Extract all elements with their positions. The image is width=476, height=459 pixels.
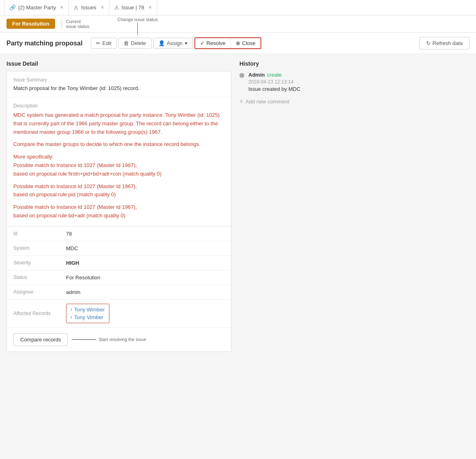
field-system-label: System [7,241,60,255]
left-panel: Issue Detail Issue Summary Match proposa… [6,60,231,352]
desc-para-3: More specifically:Possible match to Inst… [13,153,224,178]
master-party-icon: 🔗 [9,4,16,11]
history-item-0: Admin create 2018-04-13 12:13:14 Issue c… [239,72,470,92]
tab-master-party-close[interactable]: ✕ [60,5,64,10]
tab-issues-close[interactable]: ✕ [100,5,104,10]
field-assignee-value: admin [60,285,231,299]
tab-master-party[interactable]: 🔗 (2) Master Party ✕ [4,0,69,15]
history-date: 2018-04-13 12:13:14 [248,79,301,85]
add-comment[interactable]: + Add new comment [239,98,470,105]
summary-label: Issue Summary [13,77,224,83]
field-severity: Severity HIGH [7,255,231,270]
field-system: System MDC [7,241,231,255]
meta-table: Id 78 System MDC Severity HIGH Status Fo… [7,226,231,327]
history-user: Admin [248,72,265,78]
assign-dropdown-icon: ▾ [185,40,188,46]
desc-para-5: Possible match to Instance Id 1027 (Mast… [13,203,224,220]
status-annotation: Current issue status [62,19,90,29]
assign-icon: 👤 [158,40,165,46]
field-system-value: MDC [60,241,231,255]
history-header: Admin create [248,72,301,78]
compare-annotation: Start resolving the issue [72,337,146,342]
compare-records-button[interactable]: Compare records [13,333,68,346]
tab-issues-label: Issues [81,4,96,11]
close-icon: ⊗ [236,40,240,46]
tab-issue-78[interactable]: ⚠ Issue | 78 ✕ [109,0,157,15]
action-buttons: ✏ Edit 🗑 Delete 👤 Assign ▾ ✓ Resolve ⊗ C… [91,37,261,49]
add-comment-label: Add new comment [245,99,289,105]
status-badge: For Resolution [6,19,55,29]
detail-card: Issue Summary Match proposal for the Ton… [6,71,231,352]
issues-icon: ⚠ [74,4,79,11]
refresh-button[interactable]: ↻ Refresh data [419,37,470,49]
field-id-label: Id [7,226,60,241]
affected-record-tony-vimber[interactable]: › Tony Vimber [70,314,105,320]
tab-issue-78-close[interactable]: ✕ [148,5,152,10]
field-assignee-label: Assignee [7,285,60,299]
affected-name-1: Tony Wimber [74,307,105,313]
delete-button[interactable]: 🗑 Delete [118,38,152,49]
main-content: Issue Detail Issue Summary Match proposa… [0,54,476,358]
desc-para-4: Possible match to Instance Id 1027 (Mast… [13,182,224,199]
field-status: Status For Resolution [7,270,231,285]
field-id: Id 78 [7,226,231,241]
annotation-line [72,339,96,340]
history-title: History [239,60,470,67]
edit-icon: ✏ [96,40,100,46]
assign-button[interactable]: 👤 Assign ▾ [153,38,193,49]
refresh-icon: ↻ [426,40,431,46]
desc-para-2: Compare the master groups to decide to w… [13,140,224,149]
chevron-wimber-icon: › [70,307,72,312]
tab-issues[interactable]: ⚠ Issues ✕ [69,0,109,15]
field-id-value: 78 [60,226,231,241]
issue-summary-section: Issue Summary Match proposal for the Ton… [7,71,231,97]
description-label: Description [13,103,224,109]
history-message: Issue created by MDC [248,86,301,92]
change-issue-annotation: Change issue status [117,17,158,22]
close-button[interactable]: ⊗ Close [231,38,260,48]
summary-value: Match proposal for the Tony Wimber (id: … [13,85,224,91]
description-section: Description MDC system has generated a m… [7,97,231,226]
delete-icon: 🗑 [124,40,129,46]
field-status-value: For Resolution [60,270,231,285]
field-severity-value: HIGH [60,255,231,270]
chevron-vimber-icon: › [70,314,72,320]
add-comment-plus-icon: + [239,98,243,105]
page-title: Party matching proposal [6,40,83,47]
compare-annotation-text: Start resolving the issue [98,337,146,342]
history-dot [239,73,244,78]
resolve-icon: ✓ [200,40,205,46]
tabs-bar: 🔗 (2) Master Party ✕ ⚠ Issues ✕ ⚠ Issue … [0,0,476,15]
compare-section: Compare records Start resolving the issu… [7,327,231,352]
field-affected-records: Affected Records › Tony Wimber › Tony Vi… [7,299,231,327]
edit-button[interactable]: ✏ Edit [91,38,117,49]
tab-issue-78-label: Issue | 78 [122,4,144,11]
field-affected-label: Affected Records [7,299,60,327]
field-status-label: Status [7,270,60,285]
desc-para-1: MDC system has generated a match proposa… [13,111,224,136]
resolve-close-group: ✓ Resolve ⊗ Close [194,37,261,49]
history-body: Admin create 2018-04-13 12:13:14 Issue c… [248,72,301,92]
field-severity-label: Severity [7,255,60,270]
field-affected-value: › Tony Wimber › Tony Vimber [60,299,231,327]
toolbar: Party matching proposal ✏ Edit 🗑 Delete … [0,33,476,54]
field-assignee: Assignee admin [7,285,231,299]
affected-name-2: Tony Vimber [74,314,103,320]
issue-78-icon: ⚠ [114,4,119,11]
issue-detail-title: Issue Detail [6,60,231,67]
resolve-button[interactable]: ✓ Resolve [195,38,231,48]
affected-record-tony-wimber[interactable]: › Tony Wimber [70,307,105,313]
status-bar: For Resolution Current issue status Chan… [0,15,476,32]
right-panel: History Admin create 2018-04-13 12:13:14… [239,60,470,352]
tab-master-party-label: (2) Master Party [18,4,56,11]
affected-records-box: › Tony Wimber › Tony Vimber [66,304,109,323]
history-action: create [267,72,282,78]
